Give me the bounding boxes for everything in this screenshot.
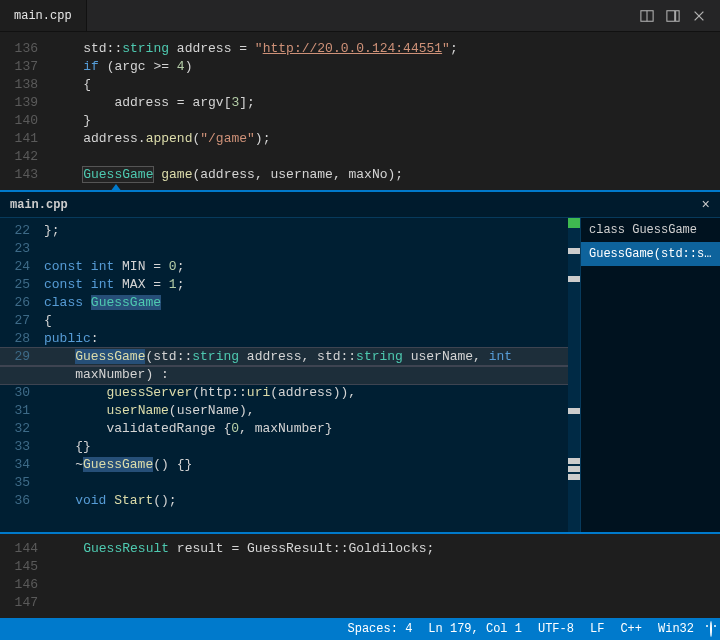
code-line[interactable]: 32 validatedRange {0, maxNumber} <box>0 420 568 438</box>
code-line[interactable]: 33 {} <box>0 438 568 456</box>
peek-title: main.cpp <box>10 198 68 212</box>
line-number: 25 <box>0 276 44 294</box>
code-content[interactable]: class GuessGame <box>44 294 568 312</box>
code-line[interactable]: 146 <box>0 576 720 594</box>
peek-overview-ruler[interactable] <box>568 218 580 532</box>
line-number: 36 <box>0 492 44 510</box>
code-line[interactable]: 22}; <box>0 222 568 240</box>
editor-toolbar <box>626 0 720 31</box>
line-number: 27 <box>0 312 44 330</box>
code-line[interactable]: 24const int MIN = 0; <box>0 258 568 276</box>
code-line[interactable]: 136 std::string address = "http://20.0.0… <box>0 40 720 58</box>
code-line[interactable]: 27{ <box>0 312 568 330</box>
status-language[interactable]: C++ <box>620 622 642 636</box>
peek-view: main.cpp × 22};2324const int MIN = 0;25c… <box>0 190 720 534</box>
line-number: 146 <box>0 576 52 594</box>
svg-rect-3 <box>676 10 680 21</box>
code-content[interactable]: address = argv[3]; <box>52 94 720 112</box>
code-content[interactable]: }; <box>44 222 568 240</box>
peek-reference-item[interactable]: class GuessGame <box>581 218 720 242</box>
code-line[interactable]: 142 <box>0 148 720 166</box>
ruler-mark <box>568 276 580 282</box>
line-number: 137 <box>0 58 52 76</box>
code-content[interactable]: {} <box>44 438 568 456</box>
line-number: 24 <box>0 258 44 276</box>
line-number: 33 <box>0 438 44 456</box>
feedback-icon[interactable] <box>710 622 712 636</box>
line-number: 143 <box>0 166 52 184</box>
line-number: 26 <box>0 294 44 312</box>
open-aside-icon[interactable] <box>666 9 680 23</box>
status-cursor-pos[interactable]: Ln 179, Col 1 <box>428 622 522 636</box>
code-line[interactable]: 147 <box>0 594 720 612</box>
peek-reference-item[interactable]: GuessGame(std::str… <box>581 242 720 266</box>
code-content[interactable]: GuessResult result = GuessResult::Goldil… <box>52 540 720 558</box>
line-number: 30 <box>0 384 44 402</box>
peek-reference-list: class GuessGameGuessGame(std::str… <box>580 218 720 532</box>
ruler-mark <box>568 474 580 480</box>
code-content[interactable]: ~GuessGame() {} <box>44 456 568 474</box>
line-number: 23 <box>0 240 44 258</box>
code-line[interactable]: 31 userName(userName), <box>0 402 568 420</box>
code-line[interactable]: 139 address = argv[3]; <box>0 94 720 112</box>
code-line[interactable]: 145 <box>0 558 720 576</box>
code-line[interactable]: 143 GuessGame game(address, username, ma… <box>0 166 720 184</box>
line-number: 144 <box>0 540 52 558</box>
code-content[interactable]: { <box>44 312 568 330</box>
code-line[interactable]: 25const int MAX = 1; <box>0 276 568 294</box>
code-content[interactable]: GuessGame(std::string address, std::stri… <box>44 348 568 366</box>
line-number: 29 <box>0 348 44 366</box>
line-number: 22 <box>0 222 44 240</box>
svg-rect-2 <box>667 10 675 21</box>
editor-bottom[interactable]: 144 GuessResult result = GuessResult::Go… <box>0 534 720 614</box>
split-editor-icon[interactable] <box>640 9 654 23</box>
peek-editor[interactable]: 22};2324const int MIN = 0;25const int MA… <box>0 218 568 532</box>
code-content[interactable]: if (argc >= 4) <box>52 58 720 76</box>
close-icon[interactable] <box>692 9 706 23</box>
code-line[interactable]: 28public: <box>0 330 568 348</box>
code-line[interactable]: 144 GuessResult result = GuessResult::Go… <box>0 540 720 558</box>
code-line[interactable]: 35 <box>0 474 568 492</box>
code-line[interactable]: 23 <box>0 240 568 258</box>
ruler-mark <box>568 466 580 472</box>
code-content[interactable]: userName(userName), <box>44 402 568 420</box>
code-line[interactable]: 26class GuessGame <box>0 294 568 312</box>
tab-main-cpp[interactable]: main.cpp <box>0 0 87 31</box>
line-number: 145 <box>0 558 52 576</box>
code-line[interactable]: 29 GuessGame(std::string address, std::s… <box>0 348 568 366</box>
code-content[interactable]: validatedRange {0, maxNumber} <box>44 420 568 438</box>
code-content[interactable]: const int MAX = 1; <box>44 276 568 294</box>
status-spaces[interactable]: Spaces: 4 <box>348 622 413 636</box>
code-content[interactable]: std::string address = "http://20.0.0.124… <box>52 40 720 58</box>
code-line[interactable]: 140 } <box>0 112 720 130</box>
code-content[interactable]: public: <box>44 330 568 348</box>
code-line[interactable]: 138 { <box>0 76 720 94</box>
code-line[interactable]: 141 address.append("/game"); <box>0 130 720 148</box>
peek-pointer-icon <box>110 184 122 192</box>
code-content[interactable]: maxNumber) : <box>44 366 568 384</box>
line-number: 141 <box>0 130 52 148</box>
editor-top[interactable]: 136 std::string address = "http://20.0.0… <box>0 32 720 190</box>
code-content[interactable]: address.append("/game"); <box>52 130 720 148</box>
status-target[interactable]: Win32 <box>658 622 694 636</box>
line-number: 139 <box>0 94 52 112</box>
status-eol[interactable]: LF <box>590 622 604 636</box>
code-content[interactable]: guessServer(http::uri(address)), <box>44 384 568 402</box>
line-number: 136 <box>0 40 52 58</box>
editor-tab-bar: main.cpp <box>0 0 720 32</box>
status-encoding[interactable]: UTF-8 <box>538 622 574 636</box>
code-content[interactable]: { <box>52 76 720 94</box>
code-content[interactable]: const int MIN = 0; <box>44 258 568 276</box>
code-line[interactable]: maxNumber) : <box>0 366 568 384</box>
code-content[interactable]: GuessGame game(address, username, maxNo)… <box>52 166 720 184</box>
line-number: 28 <box>0 330 44 348</box>
code-content[interactable]: } <box>52 112 720 130</box>
code-line[interactable]: 30 guessServer(http::uri(address)), <box>0 384 568 402</box>
code-line[interactable]: 137 if (argc >= 4) <box>0 58 720 76</box>
line-number: 35 <box>0 474 44 492</box>
line-number: 34 <box>0 456 44 474</box>
code-line[interactable]: 34 ~GuessGame() {} <box>0 456 568 474</box>
peek-close-icon[interactable]: × <box>702 197 710 213</box>
code-content[interactable]: void Start(); <box>44 492 568 510</box>
code-line[interactable]: 36 void Start(); <box>0 492 568 510</box>
